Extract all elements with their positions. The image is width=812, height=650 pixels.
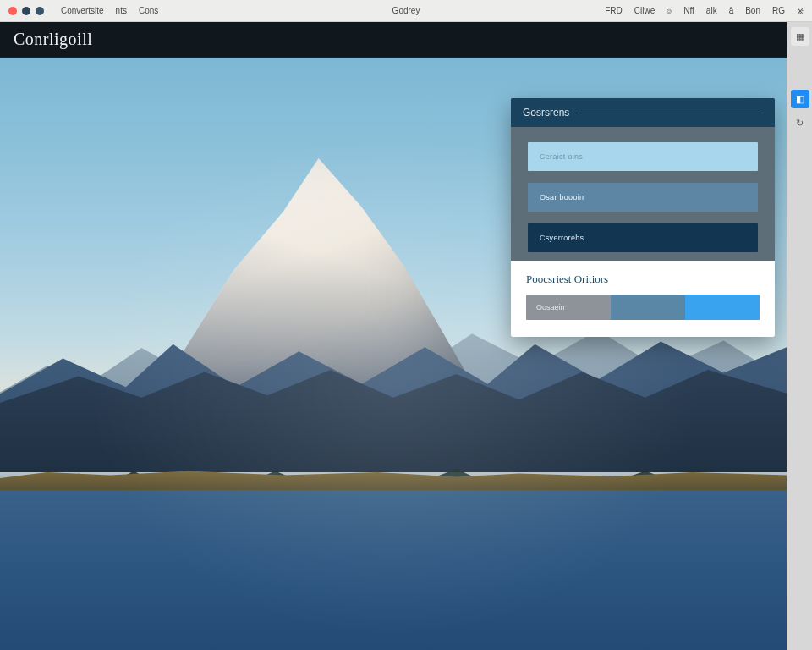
palette-icon[interactable]: ◧: [791, 90, 809, 108]
app-title: Conrligoill: [14, 30, 92, 49]
menu-item-1[interactable]: nts: [116, 6, 127, 15]
menubar-center-title: Godrey: [392, 6, 420, 15]
panel-options-section: Poocsriest Oritiors Oosaein: [511, 261, 775, 337]
options-subtitle: Poocsriest Oritiors: [526, 273, 760, 286]
menu-right-4[interactable]: alk: [706, 6, 717, 15]
swatch-dark-blue[interactable]: Csyerrorehs: [528, 223, 758, 252]
app-window: Conrligoill Gosrsrens Ceraict oins: [0, 22, 812, 650]
option-label: Oosaein: [536, 303, 565, 311]
grid-icon[interactable]: ▦: [791, 27, 809, 46]
options-segmented-control[interactable]: Oosaein: [526, 295, 760, 320]
gradients-panel-header[interactable]: Gosrsrens: [511, 98, 775, 127]
menu-right-0[interactable]: FRD: [605, 6, 623, 15]
menu-item-0[interactable]: Convertsite: [61, 6, 104, 15]
header-rule: [578, 113, 763, 113]
swatch-mid-blue[interactable]: Osar boooin: [528, 183, 758, 212]
menu-right-5[interactable]: à: [729, 6, 734, 15]
menu-right-3[interactable]: Nff: [683, 6, 694, 15]
minimize-window-icon[interactable]: [22, 7, 30, 15]
menu-item-2[interactable]: Cons: [139, 6, 158, 15]
right-tool-rail: ▦ ◧ ↻: [787, 22, 812, 650]
swatch-light-blue[interactable]: Ceraict oins: [528, 142, 758, 171]
swatch-label: Ceraict oins: [540, 152, 583, 161]
zoom-window-icon[interactable]: [36, 7, 44, 15]
option-skyblue[interactable]: [685, 295, 760, 320]
option-grey[interactable]: Oosaein: [526, 295, 611, 320]
swatch-label: Osar boooin: [540, 193, 584, 201]
close-window-icon[interactable]: [8, 7, 17, 15]
menu-right-1[interactable]: Cilwe: [634, 6, 655, 15]
window-traffic-lights: [8, 7, 44, 15]
gradients-panel-title: Gosrsrens: [523, 107, 569, 118]
app-titlebar: Conrligoill: [0, 22, 787, 58]
menu-right-6[interactable]: Bon: [745, 6, 760, 15]
gradients-panel[interactable]: Gosrsrens Ceraict oins Osar boooin Csyer…: [511, 98, 775, 337]
lake-water: [0, 490, 787, 650]
history-icon[interactable]: ↻: [791, 113, 809, 132]
option-steelblue[interactable]: [611, 295, 685, 320]
swatch-list: Ceraict oins Osar boooin Csyerrorehs: [511, 127, 775, 261]
menu-right-7[interactable]: RG: [772, 6, 785, 15]
menu-right-2[interactable]: ⌾: [667, 6, 672, 15]
os-menubar: Convertsite nts Cons Godrey FRD Cilwe ⌾ …: [0, 0, 812, 22]
menu-right-8[interactable]: ※: [797, 6, 804, 15]
swatch-label: Csyerrorehs: [540, 234, 584, 242]
